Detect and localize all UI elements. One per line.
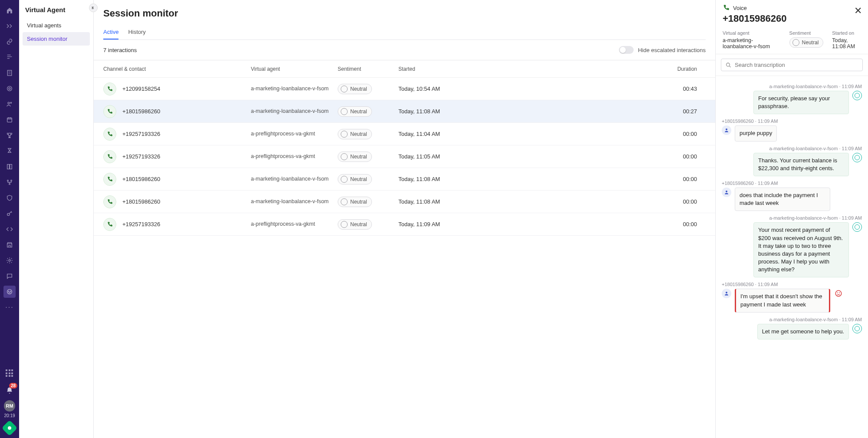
virtual-agent-name: a-preflightprocess-va-gkmt <box>251 130 338 138</box>
nav-gear-icon[interactable] <box>3 254 16 267</box>
phone-icon <box>103 218 116 231</box>
table-row[interactable]: +18015986260a-marketing-loanbalance-v-fs… <box>94 191 715 213</box>
search-transcription[interactable] <box>721 59 863 71</box>
meta-sentiment-pill: Neutral <box>789 37 824 48</box>
message-row: Let me get someone to help you. <box>722 324 862 339</box>
nav-flow-icon[interactable] <box>3 176 16 188</box>
message-group: a-marketing-loanbalance-v-fsom · 11:09 A… <box>722 84 862 114</box>
meta-started-value: Today, 11:08 AM <box>832 37 862 49</box>
tabs: ActiveHistory <box>103 25 706 40</box>
table-row[interactable]: +19257193326a-preflightprocess-va-gkmtNe… <box>94 123 715 145</box>
svg-point-2 <box>9 88 10 89</box>
col-virtual-agent: Virtual agent <box>251 66 338 72</box>
nav-more-icon[interactable]: ··· <box>3 301 16 313</box>
message-group: +18015986260 · 11:09 AMpurple puppy <box>722 119 862 141</box>
message-row: does that include the payment I made las… <box>722 188 862 211</box>
meta-sentiment-text: Neutral <box>802 40 819 46</box>
meta-started-label: Started on <box>832 30 862 36</box>
neutral-face-icon <box>341 86 348 92</box>
detail-pane: ✕ Voice +18015986260 Virtual agent a-mar… <box>715 0 868 438</box>
phone-icon <box>103 173 116 186</box>
nav-key-icon[interactable] <box>3 207 16 220</box>
duration-value: 00:00 <box>485 176 706 182</box>
nav-users-icon[interactable] <box>3 98 16 110</box>
svg-point-16 <box>726 191 727 192</box>
table-row[interactable]: +18015986260a-marketing-loanbalance-v-fs… <box>94 100 715 123</box>
search-transcription-input[interactable] <box>735 62 858 68</box>
svg-rect-5 <box>7 118 12 122</box>
nav-shield-icon[interactable] <box>3 192 16 204</box>
neutral-face-icon <box>341 176 348 183</box>
message-bubble: does that include the payment I made las… <box>735 188 830 211</box>
user-avatar-icon <box>722 125 731 135</box>
tab[interactable]: Active <box>103 25 118 40</box>
message-group: +18015986260 · 11:09 AMI'm upset that it… <box>722 282 862 312</box>
side-panel-title: Virtual Agent <box>23 4 90 19</box>
sidebar-item[interactable]: Session monitor <box>23 32 90 46</box>
user-avatar[interactable]: RM <box>4 400 15 412</box>
table-row[interactable]: +19257193326a-preflightprocess-va-gkmtNe… <box>94 145 715 168</box>
nav-book-icon[interactable] <box>3 161 16 173</box>
sentiment-pill: Neutral <box>338 129 372 139</box>
svg-point-19 <box>837 293 838 293</box>
phone-icon <box>103 82 116 96</box>
virtual-agent-name: a-marketing-loanbalance-v-fsom <box>251 85 338 92</box>
svg-point-6 <box>7 180 9 181</box>
table-row[interactable]: +12099158254a-marketing-loanbalance-v-fs… <box>94 78 715 100</box>
interaction-count: 7 interactions <box>103 47 137 53</box>
transcript: a-marketing-loanbalance-v-fsom · 11:09 A… <box>716 76 868 438</box>
nav-home-icon[interactable] <box>3 4 16 16</box>
tab[interactable]: History <box>128 25 145 40</box>
table-row[interactable]: +19257193326a-preflightprocess-va-gkmtNe… <box>94 213 715 236</box>
started-value: Today, 11:08 AM <box>398 176 485 182</box>
apps-launcher-icon[interactable] <box>3 367 16 379</box>
nav-calendar-icon[interactable] <box>3 114 16 126</box>
detail-contact: +18015986260 <box>723 13 862 24</box>
notifications-button[interactable]: 28 <box>3 385 16 397</box>
meta-va-label: Virtual agent <box>723 30 781 36</box>
voice-channel-icon <box>723 4 730 11</box>
sentiment-pill: Neutral <box>338 106 372 117</box>
neutral-face-icon <box>792 39 799 46</box>
message-meta: +18015986260 · 11:09 AM <box>722 282 862 287</box>
contact-number: +19257193326 <box>122 153 160 160</box>
collapse-panel-button[interactable] <box>89 3 98 12</box>
meta-sentiment-label: Sentiment <box>789 30 824 36</box>
nav-hierarchy-icon[interactable] <box>3 51 16 63</box>
nav-code-icon[interactable] <box>3 223 16 235</box>
svg-point-17 <box>726 292 727 293</box>
duration-value: 00:27 <box>485 108 706 115</box>
svg-point-20 <box>839 293 840 293</box>
page-title: Session monitor <box>103 8 706 19</box>
nav-link-icon[interactable] <box>3 36 16 48</box>
sentiment-pill: Neutral <box>338 219 372 230</box>
status-diamond-button[interactable] <box>2 420 18 436</box>
nav-storefront-icon[interactable] <box>3 239 16 251</box>
nav-chat-icon[interactable] <box>3 270 16 282</box>
sentiment-pill: Neutral <box>338 84 372 94</box>
table-row[interactable]: +18015986260a-marketing-loanbalance-v-fs… <box>94 168 715 191</box>
message-bubble: Thanks. Your current balance is $22,300 … <box>753 153 849 176</box>
svg-point-1 <box>7 86 12 91</box>
nav-hourglass-icon[interactable] <box>3 145 16 157</box>
started-value: Today, 10:54 AM <box>398 86 485 92</box>
nav-zigzag-icon[interactable] <box>3 20 16 32</box>
phone-icon <box>103 105 116 118</box>
nav-target-icon[interactable] <box>3 82 16 95</box>
svg-rect-0 <box>7 70 11 76</box>
message-bubble: For security, please say your passphrase… <box>753 91 849 114</box>
nav-virtual-agent-icon[interactable] <box>3 286 16 298</box>
side-panel: Virtual Agent Virtual agentsSession moni… <box>19 0 94 438</box>
col-sentiment: Sentiment <box>338 66 398 72</box>
hide-escalated-toggle[interactable] <box>619 46 634 54</box>
nav-trophy-icon[interactable] <box>3 129 16 142</box>
close-detail-button[interactable]: ✕ <box>854 6 862 16</box>
sidebar-item[interactable]: Virtual agents <box>23 19 90 32</box>
sentiment-neutral-icon <box>852 324 862 333</box>
svg-point-10 <box>9 260 10 261</box>
message-meta: a-marketing-loanbalance-v-fsom · 11:09 A… <box>722 146 862 151</box>
contact-number: +19257193326 <box>122 131 160 137</box>
nav-building-icon[interactable] <box>3 67 16 79</box>
message-meta: a-marketing-loanbalance-v-fsom · 11:09 A… <box>722 317 862 322</box>
sentiment-pill: Neutral <box>338 174 372 184</box>
